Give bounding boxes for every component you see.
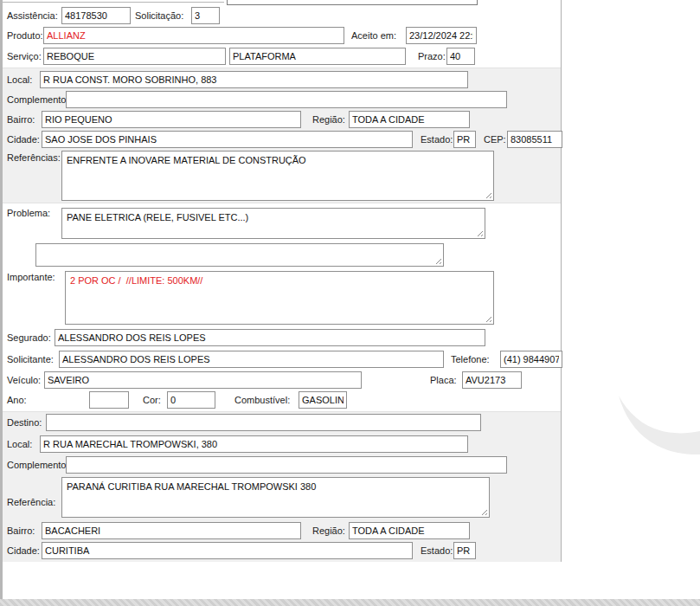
telefone-label: Telefone:	[451, 351, 490, 368]
referencia-destino-textarea[interactable]: PARANÁ CURITIBA RUA MARECHAL TROMPOWSKI …	[61, 477, 490, 518]
assistencia-input[interactable]	[61, 7, 131, 24]
solicitacao-label: Solicitação:	[135, 7, 183, 24]
referencias-text: ENFRENTE A INOVARE MATERIAL DE CONSTRUÇÃ…	[62, 152, 493, 169]
resize-grip-icon[interactable]	[484, 314, 491, 322]
ano-label: Ano:	[7, 391, 27, 409]
solicitante-input[interactable]	[59, 351, 444, 368]
problema-text: PANE ELETRICA (RELE, FUSIVEL ETC...)	[62, 209, 485, 226]
regiao-destino-label: Região:	[312, 522, 345, 539]
estado-origem-label: Estado:	[421, 131, 453, 148]
veiculo-label: Veículo:	[7, 371, 41, 389]
produto-input[interactable]	[43, 27, 344, 44]
local-origem-label: Local:	[7, 71, 32, 88]
aceito-em-input[interactable]	[406, 27, 477, 44]
observacao-textarea[interactable]	[35, 243, 444, 267]
cidade-origem-label: Cidade:	[7, 131, 40, 148]
destino-input[interactable]	[46, 414, 481, 431]
segurado-input[interactable]	[55, 329, 485, 346]
servico-input[interactable]	[43, 48, 226, 65]
local-destino-label: Local:	[7, 435, 32, 453]
referencias-textarea[interactable]: ENFRENTE A INOVARE MATERIAL DE CONSTRUÇÃ…	[61, 151, 494, 201]
complemento-destino-label: Complemento:	[7, 456, 69, 474]
cep-input[interactable]	[507, 131, 562, 148]
segurado-label: Segurado:	[7, 329, 51, 346]
problema-label: Problema:	[7, 204, 50, 222]
resize-grip-icon[interactable]	[433, 256, 441, 264]
importante-text: 2 POR OC / //LIMITE: 500KM//	[66, 272, 493, 289]
cor-label: Cor:	[143, 391, 161, 409]
solicitante-label: Solicitante:	[7, 351, 54, 368]
cidade-origem-input[interactable]	[42, 131, 413, 148]
complemento-origem-input[interactable]	[66, 91, 507, 108]
complemento-origem-label: Complemento:	[7, 91, 69, 108]
assistance-order-page: Assistência: Solicitação: Produto: Aceit…	[0, 0, 700, 606]
placa-input[interactable]	[462, 371, 522, 389]
bairro-destino-label: Bairro:	[7, 522, 35, 539]
importante-textarea[interactable]: 2 POR OC / //LIMITE: 500KM//	[65, 271, 494, 325]
top-cutoff-input	[227, 0, 478, 5]
bairro-origem-input[interactable]	[42, 111, 301, 128]
veiculo-input[interactable]	[44, 371, 362, 389]
resize-grip-icon[interactable]	[475, 229, 483, 236]
ano-input[interactable]	[89, 391, 129, 409]
servico-label: Serviço:	[7, 48, 42, 65]
importante-label: Importante:	[7, 268, 55, 286]
bottom-hatched-band	[0, 599, 700, 606]
placa-label: Placa:	[430, 371, 457, 389]
servico-tipo-input[interactable]	[229, 48, 406, 65]
observacao-text	[36, 244, 443, 249]
prazo-input[interactable]	[446, 48, 475, 65]
bairro-destino-input[interactable]	[42, 522, 301, 539]
regiao-destino-input[interactable]	[349, 522, 470, 539]
estado-origem-input[interactable]	[453, 131, 476, 148]
combustivel-input[interactable]	[299, 391, 347, 409]
regiao-origem-label: Região:	[312, 111, 345, 128]
complemento-destino-input[interactable]	[66, 456, 507, 474]
referencia-destino-text: PARANÁ CURITIBA RUA MARECHAL TROMPOWSKI …	[62, 478, 489, 495]
combustivel-label: Combustível:	[234, 391, 290, 409]
cidade-destino-input[interactable]	[42, 542, 413, 559]
solicitacao-input[interactable]	[191, 7, 220, 24]
cidade-destino-label: Cidade:	[7, 542, 40, 559]
problema-textarea[interactable]: PANE ELETRICA (RELE, FUSIVEL ETC...)	[61, 208, 485, 239]
telefone-input[interactable]	[500, 351, 562, 368]
referencias-label: Referências:	[7, 149, 61, 166]
background-swoosh-decoration	[606, 391, 700, 459]
aceito-em-label: Aceito em:	[351, 27, 396, 44]
produto-label: Produto:	[7, 27, 43, 44]
resize-grip-icon[interactable]	[479, 507, 487, 515]
assistencia-label: Assistência:	[7, 7, 58, 24]
destino-label: Destino:	[7, 414, 42, 431]
referencia-destino-label: Referência:	[7, 493, 55, 511]
prazo-label: Prazo:	[418, 48, 446, 65]
bairro-origem-label: Bairro:	[7, 111, 35, 128]
local-destino-input[interactable]	[40, 435, 468, 453]
top-cutoff-divider	[3, 2, 224, 3]
cep-label: CEP:	[484, 131, 506, 148]
cor-input[interactable]	[167, 391, 215, 409]
assistance-form-panel: Assistência: Solicitação: Produto: Aceit…	[3, 0, 562, 562]
local-origem-input[interactable]	[40, 71, 468, 88]
regiao-origem-input[interactable]	[349, 111, 470, 128]
resize-grip-icon[interactable]	[484, 190, 491, 198]
estado-destino-label: Estado:	[421, 542, 453, 559]
estado-destino-input[interactable]	[453, 542, 476, 559]
